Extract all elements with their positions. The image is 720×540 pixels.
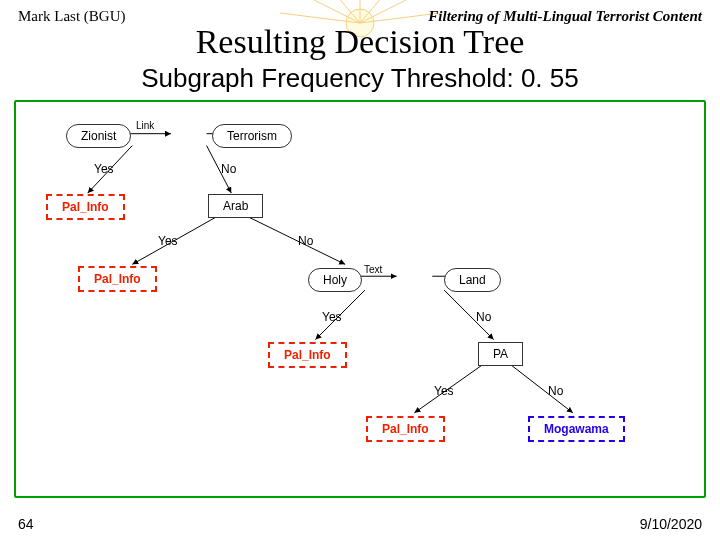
leaf-palinfo-1: Pal_Info: [46, 194, 125, 220]
slide-title: Resulting Decision Tree: [0, 23, 720, 61]
leaf-palinfo-4: Pal_Info: [366, 416, 445, 442]
pa-no-label: No: [548, 384, 563, 398]
root-yes-label: Yes: [94, 162, 114, 176]
slide-date: 9/10/2020: [640, 516, 702, 532]
author-label: Mark Last (BGU): [18, 8, 125, 25]
text-label: Text: [364, 264, 382, 275]
pa-node: PA: [478, 342, 523, 366]
root-zionist: Zionist: [66, 124, 131, 148]
page-number: 64: [18, 516, 34, 532]
svg-line-13: [248, 217, 345, 265]
land-node: Land: [444, 268, 501, 292]
slide-subtitle: Subgraph Frequency Threshold: 0. 55: [0, 63, 720, 94]
root-link-label: Link: [136, 120, 154, 131]
arab-yes-label: Yes: [158, 234, 178, 248]
holy-no-label: No: [476, 310, 491, 324]
leaf-palinfo-3: Pal_Info: [268, 342, 347, 368]
root-no-label: No: [221, 162, 236, 176]
arab-node: Arab: [208, 194, 263, 218]
arab-no-label: No: [298, 234, 313, 248]
svg-line-19: [511, 365, 572, 413]
root-terrorism: Terrorism: [212, 124, 292, 148]
slide-header: Mark Last (BGU) Filtering of Multi-Lingu…: [0, 0, 720, 25]
pa-yes-label: Yes: [434, 384, 454, 398]
holy-yes-label: Yes: [322, 310, 342, 324]
holy-node: Holy: [308, 268, 362, 292]
leaf-palinfo-2: Pal_Info: [78, 266, 157, 292]
tree-canvas: Zionist Link Terrorism Yes No Pal_Info A…: [14, 100, 706, 498]
leaf-mogawama: Mogawama: [528, 416, 625, 442]
